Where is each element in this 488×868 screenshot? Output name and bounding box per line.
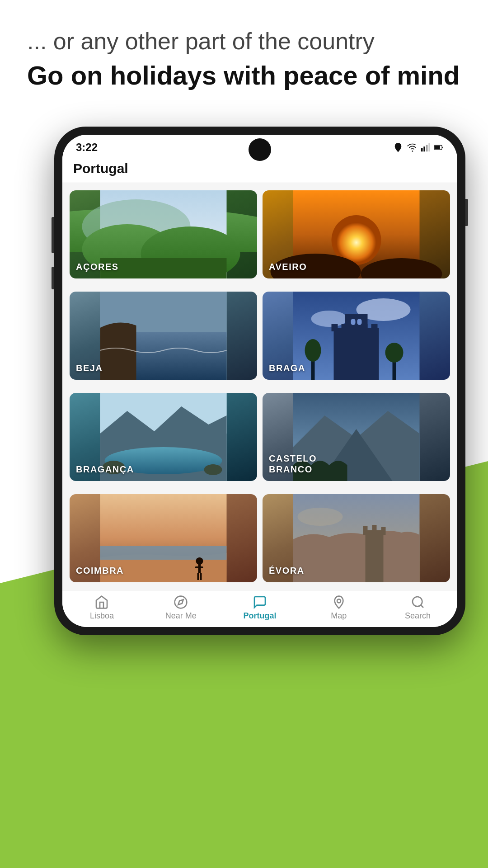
svg-point-40	[204, 464, 222, 475]
svg-rect-2	[421, 148, 423, 151]
phone-frame: 3:22	[54, 127, 465, 635]
svg-rect-12	[100, 258, 227, 278]
headline: Go on holidays with peace of mind	[27, 60, 461, 91]
coimbra-label: COIMBRA	[76, 566, 124, 576]
home-icon	[94, 595, 109, 609]
destination-grid: AÇORES	[62, 183, 457, 590]
nav-label-near-me: Near Me	[165, 611, 197, 621]
svg-rect-50	[366, 530, 384, 582]
status-icons	[393, 142, 444, 152]
svg-rect-51	[363, 526, 368, 535]
map-pin-icon	[332, 595, 346, 609]
svg-point-0	[397, 145, 399, 147]
braganca-label: BRAGANÇA	[76, 464, 134, 475]
volume-button-2	[52, 267, 54, 289]
svg-rect-3	[423, 146, 425, 151]
svg-point-57	[337, 599, 341, 603]
nav-item-portugal[interactable]: Portugal	[221, 595, 300, 621]
grid-item-aveiro[interactable]: AVEIRO	[263, 190, 450, 278]
grid-item-braga[interactable]: BRAGA	[263, 292, 450, 380]
signal-icon	[420, 142, 430, 152]
compass-icon	[174, 595, 188, 609]
svg-point-55	[175, 596, 187, 609]
grid-item-acores[interactable]: AÇORES	[70, 190, 257, 278]
svg-rect-23	[334, 328, 379, 380]
grid-item-coimbra[interactable]: COIMBRA	[70, 494, 257, 582]
svg-point-33	[305, 339, 321, 362]
tagline: ... or any other part of the country	[27, 27, 461, 55]
beja-label: BEJA	[76, 363, 103, 373]
camera-notch	[249, 138, 271, 161]
status-time: 3:22	[76, 141, 98, 154]
grid-item-castelo[interactable]: CASTELOBRANCO	[263, 393, 450, 481]
phone-screen: 3:22	[62, 135, 457, 627]
nav-label-lisboa: Lisboa	[90, 611, 114, 621]
svg-rect-45	[198, 564, 201, 573]
svg-marker-56	[178, 599, 183, 604]
bottom-navigation: Lisboa Near Me Portugal	[62, 590, 457, 627]
app-header: Portugal	[62, 157, 457, 183]
svg-rect-31	[357, 319, 362, 325]
nav-label-search: Search	[405, 611, 431, 621]
nav-item-near-me[interactable]: Near Me	[141, 595, 221, 621]
grid-item-beja[interactable]: BEJA	[70, 292, 257, 380]
nav-label-portugal: Portugal	[243, 611, 276, 621]
svg-rect-52	[372, 525, 377, 535]
wifi-icon	[407, 142, 417, 152]
svg-point-1	[412, 151, 413, 152]
svg-rect-24	[332, 324, 338, 331]
grid-item-braganca[interactable]: BRAGANÇA	[70, 393, 257, 481]
power-button	[465, 199, 468, 226]
search-icon	[411, 595, 425, 609]
nav-item-lisboa[interactable]: Lisboa	[62, 595, 141, 621]
svg-point-35	[385, 343, 404, 363]
location-icon	[393, 142, 403, 152]
volume-button	[52, 217, 54, 253]
svg-rect-48	[200, 573, 202, 580]
nav-item-map[interactable]: Map	[299, 595, 378, 621]
aveiro-label: AVEIRO	[269, 262, 307, 272]
svg-point-54	[298, 508, 343, 526]
svg-rect-53	[381, 527, 386, 535]
castelo-label: CASTELOBRANCO	[269, 453, 317, 475]
acores-label: AÇORES	[76, 262, 119, 272]
nav-label-map: Map	[331, 611, 347, 621]
svg-line-59	[421, 605, 423, 608]
app-title: Portugal	[73, 161, 446, 176]
nav-item-search[interactable]: Search	[378, 595, 457, 621]
svg-rect-30	[351, 319, 356, 325]
svg-rect-28	[371, 324, 378, 331]
svg-rect-4	[426, 145, 428, 152]
svg-rect-29	[345, 314, 368, 330]
svg-rect-7	[434, 146, 440, 149]
chat-icon	[253, 595, 267, 609]
evora-label: ÉVORA	[269, 566, 305, 576]
svg-rect-43	[100, 546, 227, 560]
svg-point-58	[413, 597, 422, 606]
svg-rect-46	[195, 566, 203, 568]
braga-label: BRAGA	[269, 363, 305, 373]
svg-point-44	[196, 557, 203, 565]
grid-item-evora[interactable]: ÉVORA	[263, 494, 450, 582]
svg-rect-5	[428, 143, 430, 151]
svg-rect-47	[197, 573, 199, 580]
battery-icon	[434, 142, 444, 152]
phone-outer: 3:22	[54, 127, 465, 635]
top-text-area: ... or any other part of the country Go …	[0, 0, 488, 105]
